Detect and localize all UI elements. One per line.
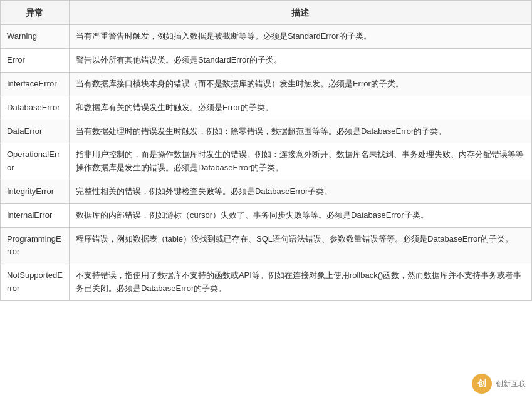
exception-name: NotSupportedError	[1, 264, 70, 301]
exception-description: 不支持错误，指使用了数据库不支持的函数或API等。例如在连接对象上使用rollb…	[69, 264, 531, 301]
exception-description: 数据库的内部错误，例如游标（cursor）失效了、事务同步失败等等。必须是Dat…	[69, 203, 531, 227]
table-row: InternalError数据库的内部错误，例如游标（cursor）失效了、事务…	[1, 203, 532, 227]
watermark-text: 创新互联	[496, 379, 526, 389]
main-container: 异常 描述 Warning当有严重警告时触发，例如插入数据是被截断等等。必须是S…	[0, 0, 532, 400]
table-row: NotSupportedError不支持错误，指使用了数据库不支持的函数或API…	[1, 264, 532, 301]
table-row: DatabaseError和数据库有关的错误发生时触发。必须是Error的子类。	[1, 96, 532, 120]
table-header-row: 异常 描述	[1, 1, 532, 25]
exception-name: ProgrammingError	[1, 227, 70, 264]
table-row: Warning当有严重警告时触发，例如插入数据是被截断等等。必须是Standar…	[1, 25, 532, 49]
exception-description: 指非用户控制的，而是操作数据库时发生的错误。例如：连接意外断开、数据库名未找到、…	[69, 143, 531, 180]
exception-name: IntegrityError	[1, 180, 70, 203]
exception-name: OperationalError	[1, 143, 70, 180]
exceptions-table: 异常 描述 Warning当有严重警告时触发，例如插入数据是被截断等等。必须是S…	[0, 0, 532, 301]
watermark: 创 创新互联	[472, 374, 526, 394]
exception-description: 完整性相关的错误，例如外键检查失败等。必须是DatabaseError子类。	[69, 180, 531, 203]
exception-description: 警告以外所有其他错误类。必须是StandardError的子类。	[69, 49, 531, 73]
table-row: DataError当有数据处理时的错误发生时触发，例如：除零错误，数据超范围等等…	[1, 120, 532, 143]
table-row: IntegrityError完整性相关的错误，例如外键检查失败等。必须是Data…	[1, 180, 532, 203]
exception-description: 当有数据处理时的错误发生时触发，例如：除零错误，数据超范围等等。必须是Datab…	[69, 120, 531, 143]
exception-description: 和数据库有关的错误发生时触发。必须是Error的子类。	[69, 96, 531, 120]
exception-description: 程序错误，例如数据表（table）没找到或已存在、SQL语句语法错误、参数数量错…	[69, 227, 531, 264]
exception-description: 当有严重警告时触发，例如插入数据是被截断等等。必须是StandardError的…	[69, 25, 531, 49]
exception-name: Error	[1, 49, 70, 73]
table-row: Error警告以外所有其他错误类。必须是StandardError的子类。	[1, 49, 532, 73]
exception-name: DataError	[1, 120, 70, 143]
exception-name: InterfaceError	[1, 72, 70, 96]
exception-name: InternalError	[1, 203, 70, 227]
exception-name: DatabaseError	[1, 96, 70, 120]
watermark-logo: 创	[472, 374, 492, 394]
table-row: ProgrammingError程序错误，例如数据表（table）没找到或已存在…	[1, 227, 532, 264]
col-header-exception: 异常	[1, 1, 70, 25]
exception-name: Warning	[1, 25, 70, 49]
table-row: OperationalError指非用户控制的，而是操作数据库时发生的错误。例如…	[1, 143, 532, 180]
table-row: InterfaceError当有数据库接口模块本身的错误（而不是数据库的错误）发…	[1, 72, 532, 96]
col-header-description: 描述	[69, 1, 531, 25]
exception-description: 当有数据库接口模块本身的错误（而不是数据库的错误）发生时触发。必须是Error的…	[69, 72, 531, 96]
